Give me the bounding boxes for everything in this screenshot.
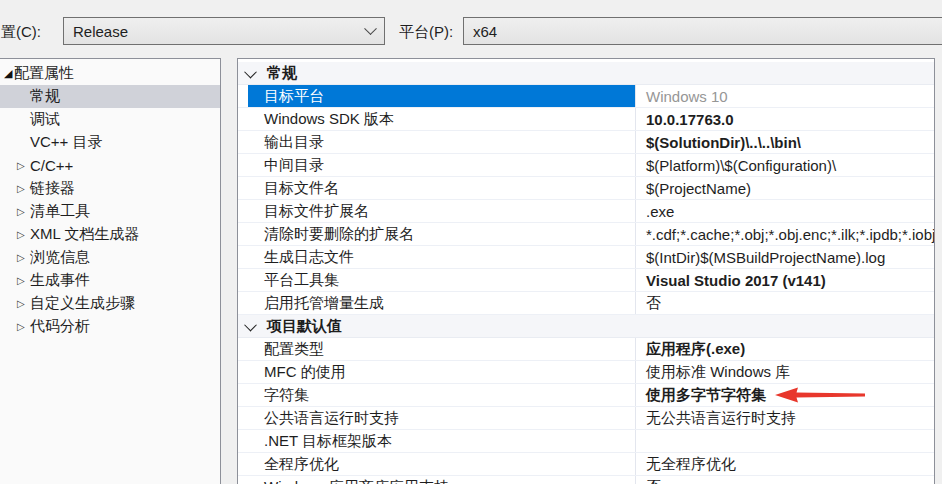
- twisty-collapsed-icon[interactable]: ▷: [17, 206, 25, 216]
- property-label: .NET 目标框架版本: [248, 430, 635, 452]
- property-value[interactable]: 无公共语言运行时支持: [635, 407, 934, 429]
- tree-item-label: 链接器: [30, 179, 75, 198]
- tree-item-label: C/C++: [30, 157, 73, 174]
- property-label: 生成日志文件: [248, 246, 635, 268]
- property-label: 目标文件扩展名: [248, 200, 635, 222]
- platform-dropdown[interactable]: x64: [463, 17, 942, 45]
- section-project-defaults[interactable]: 项目默认值: [238, 315, 934, 338]
- twisty-collapsed-icon[interactable]: ▷: [17, 160, 25, 170]
- row-configuration-type[interactable]: 配置类型 应用程序(.exe): [238, 338, 934, 361]
- property-value[interactable]: 否: [635, 292, 934, 314]
- property-label: 平台工具集: [248, 269, 635, 291]
- section-label: 项目默认值: [267, 317, 342, 336]
- row-character-set[interactable]: 字符集 使用多字节字符集: [238, 384, 934, 407]
- property-value[interactable]: 10.0.17763.0: [635, 108, 934, 130]
- row-target-extension[interactable]: 目标文件扩展名 .exe: [238, 200, 934, 223]
- row-extensions-to-delete-on-clean[interactable]: 清除时要删除的扩展名 *.cdf;*.cache;*.obj;*.obj.enc…: [238, 223, 934, 246]
- row-net-target-framework-version[interactable]: .NET 目标框架版本: [238, 430, 934, 453]
- chevron-down-icon[interactable]: [244, 65, 257, 78]
- chevron-down-icon: [364, 22, 377, 35]
- property-value[interactable]: [635, 430, 934, 452]
- twisty-expanded-icon[interactable]: ◢: [4, 68, 12, 79]
- property-value[interactable]: 否: [635, 476, 934, 484]
- platform-dropdown-value: x64: [473, 23, 497, 40]
- property-label: Windows SDK 版本: [248, 108, 635, 130]
- property-value[interactable]: 使用多字节字符集: [635, 384, 934, 406]
- configuration-dropdown[interactable]: Release: [63, 17, 385, 45]
- tree-item-browse-information[interactable]: ▷ 浏览信息: [0, 246, 220, 269]
- tree-item-label: VC++ 目录: [30, 133, 103, 152]
- property-value[interactable]: 使用标准 Windows 库: [635, 361, 934, 383]
- row-target-name[interactable]: 目标文件名 $(ProjectName): [238, 177, 934, 200]
- tree-item-label: 清单工具: [30, 202, 90, 221]
- tree-item-label: XML 文档生成器: [30, 225, 139, 244]
- tree-item-configuration-properties[interactable]: ◢ 配置属性: [0, 62, 220, 85]
- section-general[interactable]: 常规: [238, 62, 934, 85]
- row-windows-store-app-support[interactable]: Windows 应用商店应用支持 否: [238, 476, 934, 484]
- property-value[interactable]: $(IntDir)$(MSBuildProjectName).log: [635, 246, 934, 268]
- property-value[interactable]: 无全程序优化: [635, 453, 934, 475]
- property-value[interactable]: 应用程序(.exe): [635, 338, 934, 360]
- row-output-directory[interactable]: 输出目录 $(SolutionDir)\..\..\bin\: [238, 131, 934, 154]
- section-label: 常规: [267, 64, 297, 83]
- tree-item-label: 配置属性: [14, 64, 74, 83]
- tree-item-label: 浏览信息: [30, 248, 90, 267]
- configuration-dropdown-value: Release: [73, 23, 128, 40]
- tree-item-manifest-tool[interactable]: ▷ 清单工具: [0, 200, 220, 223]
- configuration-tree: ◢ 配置属性 常规 调试 VC++ 目录 ▷ C/C++ ▷ 链接器 ▷ 清单工…: [0, 58, 221, 484]
- tree-item-label: 代码分析: [30, 317, 90, 336]
- twisty-collapsed-icon[interactable]: ▷: [17, 252, 25, 262]
- row-windows-sdk-version[interactable]: Windows SDK 版本 10.0.17763.0: [238, 108, 934, 131]
- property-label: 字符集: [248, 384, 635, 406]
- tree-item-c-cpp[interactable]: ▷ C/C++: [0, 154, 220, 177]
- property-value[interactable]: .exe: [635, 200, 934, 222]
- property-label: 配置类型: [248, 338, 635, 360]
- twisty-collapsed-icon[interactable]: ▷: [17, 321, 25, 331]
- configuration-toolbar: 置(C): Release 平台(P): x64: [0, 0, 942, 58]
- tree-item-build-events[interactable]: ▷ 生成事件: [0, 269, 220, 292]
- tree-item-debugging[interactable]: 调试: [0, 108, 220, 131]
- tree-item-vc-directories[interactable]: VC++ 目录: [0, 131, 220, 154]
- row-common-language-runtime-support[interactable]: 公共语言运行时支持 无公共语言运行时支持: [238, 407, 934, 430]
- tree-item-label: 生成事件: [30, 271, 90, 290]
- tree-item-label: 常规: [30, 87, 60, 106]
- property-label: 公共语言运行时支持: [248, 407, 635, 429]
- property-value[interactable]: $(Platform)\$(Configuration)\: [635, 154, 934, 176]
- property-label: 清除时要删除的扩展名: [248, 223, 635, 245]
- tree-item-xml-doc-generator[interactable]: ▷ XML 文档生成器: [0, 223, 220, 246]
- property-label: 目标文件名: [248, 177, 635, 199]
- twisty-collapsed-icon[interactable]: ▷: [17, 298, 25, 308]
- row-whole-program-optimization[interactable]: 全程序优化 无全程序优化: [238, 453, 934, 476]
- chevron-down-icon[interactable]: [244, 318, 257, 331]
- property-value-text: 使用多字节字符集: [646, 386, 766, 405]
- property-label: 输出目录: [248, 131, 635, 153]
- row-enable-managed-incremental-build[interactable]: 启用托管增量生成 否: [238, 292, 934, 315]
- row-build-log-file[interactable]: 生成日志文件 $(IntDir)$(MSBuildProjectName).lo…: [238, 246, 934, 269]
- property-grid: 常规 目标平台 Windows 10 Windows SDK 版本 10.0.1…: [237, 58, 935, 484]
- platform-label: 平台(P):: [399, 23, 453, 42]
- row-target-platform[interactable]: 目标平台 Windows 10: [238, 85, 934, 108]
- row-platform-toolset[interactable]: 平台工具集 Visual Studio 2017 (v141): [238, 269, 934, 292]
- property-label: 全程序优化: [248, 453, 635, 475]
- property-label: 中间目录: [248, 154, 635, 176]
- tree-item-linker[interactable]: ▷ 链接器: [0, 177, 220, 200]
- tree-item-code-analysis[interactable]: ▷ 代码分析: [0, 315, 220, 338]
- tree-item-custom-build-step[interactable]: ▷ 自定义生成步骤: [0, 292, 220, 315]
- tree-item-general[interactable]: 常规: [0, 85, 220, 108]
- twisty-collapsed-icon[interactable]: ▷: [17, 229, 25, 239]
- property-label: 启用托管增量生成: [248, 292, 635, 314]
- property-value[interactable]: $(SolutionDir)\..\..\bin\: [635, 131, 934, 153]
- configuration-label: 置(C):: [1, 23, 41, 42]
- property-value[interactable]: Windows 10: [635, 85, 934, 107]
- tree-item-label: 调试: [30, 110, 60, 129]
- property-value[interactable]: Visual Studio 2017 (v141): [635, 269, 934, 291]
- row-intermediate-directory[interactable]: 中间目录 $(Platform)\$(Configuration)\: [238, 154, 934, 177]
- twisty-collapsed-icon[interactable]: ▷: [17, 275, 25, 285]
- property-value[interactable]: *.cdf;*.cache;*.obj;*.obj.enc;*.ilk;*.ip…: [635, 223, 934, 245]
- twisty-collapsed-icon[interactable]: ▷: [17, 183, 25, 193]
- property-label: MFC 的使用: [248, 361, 635, 383]
- property-label: Windows 应用商店应用支持: [248, 476, 635, 484]
- row-use-of-mfc[interactable]: MFC 的使用 使用标准 Windows 库: [238, 361, 934, 384]
- property-value[interactable]: $(ProjectName): [635, 177, 934, 199]
- red-arrow-annotation: [775, 386, 865, 404]
